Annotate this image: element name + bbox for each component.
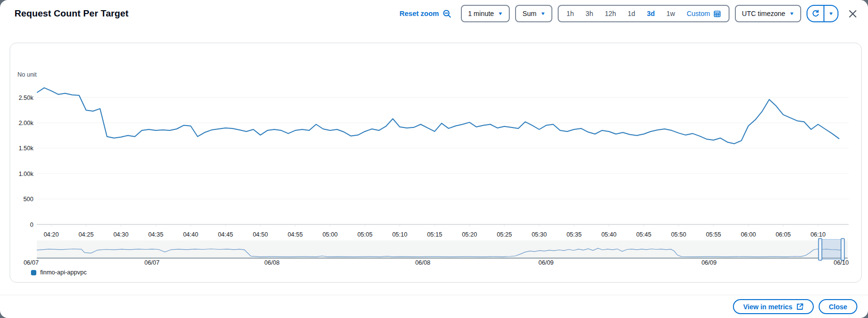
x-tick-label: 05:10 [392, 231, 407, 238]
chevron-down-icon: ▼ [540, 12, 546, 16]
range-3d-selected[interactable]: 3d [641, 10, 660, 17]
modal-footer: View in metrics Close [733, 299, 857, 314]
footer-divider [0, 295, 868, 295]
timeline-axis [37, 257, 848, 259]
x-tick-label: 04:50 [253, 231, 268, 238]
chart-card: 05001.00k1.50k2.00k2.50k04:2004:2504:300… [10, 43, 862, 283]
timeline-date-label: 06/08 [264, 259, 279, 266]
x-tick-label: 05:45 [636, 231, 651, 238]
refresh-split-button: ▼ [807, 5, 838, 22]
x-tick-label: 05:40 [601, 231, 616, 238]
reset-zoom-button[interactable]: Reset zoom [399, 9, 451, 18]
timeline-date-label: 06/10 [834, 259, 849, 266]
metric-detail-modal: Request Count Per Target Reset zoom 1 mi… [0, 0, 868, 318]
timezone-dropdown-value: UTC timezone [742, 10, 785, 17]
x-tick-label: 05:30 [532, 231, 547, 238]
statistic-dropdown-value: Sum [522, 10, 536, 17]
y-tick-label: 500 [23, 196, 33, 203]
close-icon [849, 10, 857, 18]
close-footer-button[interactable]: Close [819, 299, 857, 314]
x-tick-label: 04:25 [78, 231, 93, 238]
custom-label: Custom [686, 10, 710, 17]
refresh-button[interactable] [807, 6, 823, 21]
range-3h[interactable]: 3h [580, 10, 599, 17]
chevron-down-icon: ▼ [828, 12, 834, 16]
legend-color-swatch [31, 270, 36, 275]
x-tick-label: 04:45 [218, 231, 233, 238]
timeline-date-label: 06/09 [538, 259, 553, 266]
x-tick-label: 05:20 [462, 231, 477, 238]
x-tick-label: 05:50 [671, 231, 686, 238]
page-title: Request Count Per Target [15, 8, 128, 19]
x-tick-label: 06:05 [776, 231, 791, 238]
brush-selection[interactable] [819, 239, 845, 259]
legend-label: finmo-api-appvpc [40, 269, 87, 276]
period-dropdown[interactable]: 1 minute ▼ [461, 5, 510, 22]
statistic-dropdown[interactable]: Sum ▼ [515, 5, 552, 22]
range-1d[interactable]: 1d [622, 10, 641, 17]
timeline-band [37, 240, 848, 257]
x-tick-label: 04:20 [44, 231, 59, 238]
x-tick-label: 05:25 [497, 231, 512, 238]
timeline-date-label: 06/08 [415, 259, 430, 266]
close-button[interactable] [846, 7, 859, 20]
range-12h[interactable]: 12h [599, 10, 622, 17]
period-dropdown-value: 1 minute [468, 10, 494, 17]
calendar-icon [714, 10, 721, 17]
x-tick-label: 05:00 [322, 231, 337, 238]
close-footer-label: Close [829, 303, 847, 311]
view-in-metrics-label: View in metrics [743, 303, 792, 311]
y-tick-label: 1.00k [18, 171, 33, 177]
chevron-down-icon: ▼ [498, 12, 503, 16]
y-tick-label: 2.50k [18, 95, 33, 101]
x-tick-label: 04:55 [288, 231, 303, 238]
y-tick-label: 1.50k [18, 145, 33, 152]
refresh-options-button[interactable]: ▼ [824, 6, 838, 21]
timeline-date-label: 06/09 [701, 259, 716, 266]
y-tick-label: 0 [30, 222, 33, 228]
x-tick-label: 04:40 [183, 231, 198, 238]
x-tick-label: 04:35 [148, 231, 163, 238]
x-tick-label: 06:00 [741, 231, 756, 238]
x-tick-label: 05:15 [427, 231, 442, 238]
chevron-down-icon: ▼ [789, 12, 794, 16]
x-tick-label: 05:35 [566, 231, 581, 238]
modal-header: Request Count Per Target Reset zoom 1 mi… [0, 0, 868, 27]
timeline-date-label: 06/07 [144, 259, 159, 266]
refresh-icon [812, 10, 820, 17]
x-tick-label: 06:10 [810, 231, 825, 238]
y-axis-unit-label: No unit [17, 71, 37, 78]
time-range-group: 1h 3h 12h 1d 3d 1w Custom [558, 5, 730, 22]
y-tick-label: 2.00k [18, 120, 33, 127]
timezone-dropdown[interactable]: UTC timezone ▼ [735, 5, 801, 22]
x-tick-label: 04:30 [113, 231, 128, 238]
x-tick-label: 05:05 [357, 231, 372, 238]
range-custom[interactable]: Custom [681, 10, 726, 17]
zoom-out-icon [442, 9, 452, 18]
main-series-line[interactable] [37, 88, 839, 143]
range-1w[interactable]: 1w [660, 10, 681, 17]
timeline-date-label: 06/07 [24, 259, 39, 266]
range-1h[interactable]: 1h [561, 10, 580, 17]
x-tick-label: 05:55 [706, 231, 721, 238]
metric-chart[interactable]: 05001.00k1.50k2.00k2.50k04:2004:2504:300… [10, 43, 861, 282]
chart-toolbar: Reset zoom 1 minute ▼ Sum ▼ 1h 3h 12h 1d… [399, 5, 859, 22]
reset-zoom-label: Reset zoom [399, 10, 439, 17]
view-in-metrics-button[interactable]: View in metrics [733, 299, 814, 314]
legend-item[interactable]: finmo-api-appvpc [31, 269, 87, 276]
external-link-icon [796, 303, 804, 310]
